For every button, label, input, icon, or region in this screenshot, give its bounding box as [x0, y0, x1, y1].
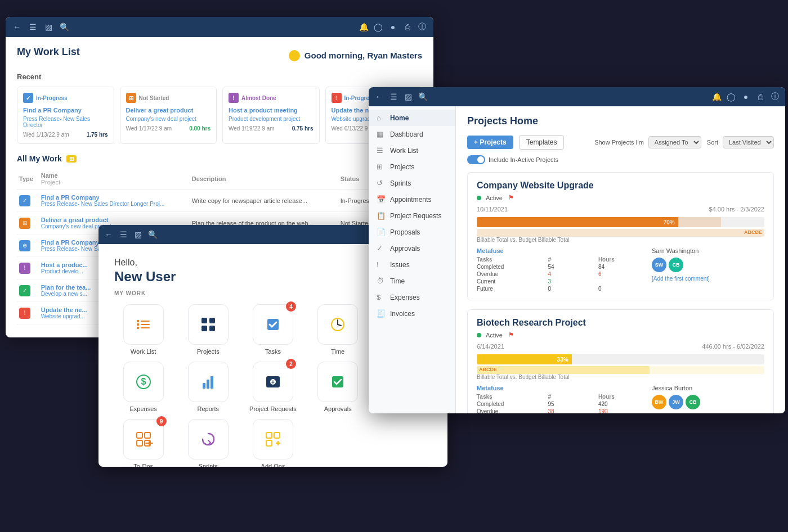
progress-bar-2: 33%	[477, 354, 764, 364]
recent-card-1[interactable]: ⊞ Not Started Deliver a great product Co…	[120, 87, 217, 144]
help-icon[interactable]: ⓘ	[418, 22, 427, 31]
sidebar-item-dashboard[interactable]: ▦ Dashboard	[369, 126, 455, 142]
search-icon[interactable]: 🔍	[418, 92, 427, 101]
menu-icon[interactable]: ☰	[389, 92, 398, 101]
sidebar-item-time[interactable]: ⏱ Time	[369, 273, 455, 289]
sidebar-item-sprints[interactable]: ↺ Sprints	[369, 175, 455, 191]
sidebar-item-expenses[interactable]: $ Expenses	[369, 289, 455, 305]
print-icon[interactable]: ⎙	[403, 22, 412, 31]
back-icon[interactable]: ←	[374, 92, 383, 101]
back-icon[interactable]: ←	[104, 230, 113, 239]
allwork-header: All My Work ⊞	[17, 154, 422, 163]
card-name: Deliver a great product	[126, 106, 211, 114]
proj-right-2: Jessica Burton BW JW CB [Add the first c…	[652, 385, 764, 413]
sidebar-label-appointments: Appointments	[390, 196, 431, 204]
app-item-reports[interactable]: Reports	[179, 362, 237, 412]
sort-select[interactable]: Last Visited	[723, 136, 774, 148]
recent-card-2[interactable]: ! Almost Done Host a product meeting Pro…	[222, 87, 320, 144]
app-item-addons[interactable]: Add Ons	[244, 419, 302, 467]
card-status: ! Almost Done	[229, 93, 314, 103]
comment-link-1[interactable]: [Add the first comment]	[652, 276, 764, 282]
card-status: ✓ In-Progress	[23, 93, 108, 103]
tasks-badge: 4	[286, 301, 296, 312]
search-icon[interactable]: 🔍	[60, 22, 69, 31]
sidebar-item-issues[interactable]: ! Issues	[369, 256, 455, 273]
app-item-todos[interactable]: 9 To-Dos	[114, 419, 172, 467]
sidebar-item-home[interactable]: ⌂ Home	[369, 110, 455, 126]
sidebar-label-projects: Projects	[390, 163, 414, 171]
worklist-toolbar: ← ☰ ▨ 🔍 🔔 ◯ ● ⎙ ⓘ	[6, 17, 433, 37]
sidebar-item-approvals[interactable]: ✓ Approvals	[369, 240, 455, 256]
app-item-tasks[interactable]: 4 Tasks	[244, 304, 302, 355]
inactive-toggle[interactable]	[467, 155, 485, 164]
sidebar-item-projects[interactable]: ⊞ Projects	[369, 159, 455, 175]
approvals-icon: ✓	[377, 244, 386, 253]
allwork-title: All My Work	[17, 154, 62, 163]
billing-1: $4.00 hrs - 2/3/2022	[709, 206, 764, 213]
clock-icon[interactable]: ●	[741, 92, 750, 101]
filter-select[interactable]: Assigned To	[648, 136, 701, 148]
sort-filter: Sort Last Visited	[707, 136, 774, 148]
type-icon: ⊕	[19, 240, 30, 251]
clock-icon[interactable]: ●	[388, 22, 397, 31]
btn-projects[interactable]: + Projects	[467, 136, 513, 149]
print-icon[interactable]: ⎙	[756, 92, 765, 101]
search-icon[interactable]: 🔍	[148, 230, 157, 239]
chart-icon[interactable]: ▨	[404, 92, 413, 101]
chart-icon[interactable]: ▨	[133, 230, 142, 239]
app-item-projects[interactable]: Projects	[179, 304, 237, 355]
app-label-time: Time	[331, 348, 344, 355]
team-block-2: Metafuse Tasks # Hours Completed 95 420 …	[477, 385, 652, 413]
billable-label-2: Billable Total vs. Budget Billable Total	[477, 374, 764, 380]
app-item-approvals[interactable]: Approvals	[309, 362, 367, 412]
app-label-approvals: Approvals	[324, 405, 352, 412]
expenses-icon: $	[377, 293, 386, 301]
sidebar-item-invoices[interactable]: 🧾 Invoices	[369, 305, 455, 322]
team-stats-2: Tasks # Hours Completed 95 420 Overdue 3…	[477, 394, 652, 413]
app-item-projreq[interactable]: 2 + Project Requests	[244, 362, 302, 412]
sidebar-label-worklist: Work List	[390, 147, 418, 155]
issues-icon: !	[377, 260, 386, 269]
app-item-sprints[interactable]: Sprints	[179, 419, 237, 467]
sidebar-item-proposals[interactable]: 📄 Proposals	[369, 224, 455, 240]
app-item-time[interactable]: Time	[309, 304, 367, 355]
avatar-jw: JW	[669, 395, 683, 409]
svg-rect-7	[209, 318, 215, 323]
svg-rect-19	[203, 383, 205, 389]
help-icon[interactable]: ⓘ	[771, 92, 780, 101]
table-row[interactable]: ✓ Find a PR CompanyPress Release- New Sa…	[17, 190, 422, 212]
menu-icon[interactable]: ☰	[28, 22, 37, 31]
app-icon-worklist	[123, 304, 164, 345]
person-icon[interactable]: ◯	[374, 22, 383, 31]
notification-icon[interactable]: 🔔	[359, 22, 368, 31]
person-icon[interactable]: ◯	[727, 92, 736, 101]
app-icon-approvals	[317, 362, 358, 402]
project-title-2[interactable]: Biotech Research Project	[477, 318, 764, 328]
project-title-1[interactable]: Company Website Upgrade	[477, 181, 764, 191]
sidebar-item-appointments[interactable]: 📅 Appointments	[369, 191, 455, 208]
project-team-2: Metafuse Tasks # Hours Completed 95 420 …	[477, 385, 764, 413]
app-icon-addons	[253, 419, 293, 459]
projects-title: Projects Home	[467, 115, 538, 127]
chart-icon[interactable]: ▨	[44, 22, 53, 31]
sidebar-item-worklist[interactable]: ☰ Work List	[369, 142, 455, 159]
progress-bar-1: 70%	[477, 217, 764, 227]
sidebar-item-projreqs[interactable]: 📋 Project Requests	[369, 208, 455, 224]
recent-card-0[interactable]: ✓ In-Progress Find a PR Company Press Re…	[17, 87, 114, 144]
app-item-expenses[interactable]: $ Expenses	[114, 362, 172, 412]
nav-sidebar: ⌂ Home ▦ Dashboard ☰ Work List ⊞ Project…	[369, 106, 456, 413]
home-icon: ⌂	[377, 114, 386, 122]
app-item-worklist[interactable]: Work List	[114, 304, 172, 355]
project-date-1: 10/11/2021 $4.00 hrs - 2/3/2022	[477, 206, 764, 213]
projects-icon: ⊞	[377, 163, 386, 171]
type-icon: ✓	[19, 285, 30, 296]
comment-link-2[interactable]: [Add the first comment]	[652, 413, 764, 413]
notification-icon[interactable]: 🔔	[712, 92, 721, 101]
app-label-tasks: Tasks	[265, 348, 281, 355]
btn-templates[interactable]: Templates	[519, 135, 565, 150]
time-icon: ⏱	[377, 277, 386, 285]
menu-icon[interactable]: ☰	[119, 230, 128, 239]
project-card-1: Company Website Upgrade Active ⚑ 10/11/2…	[467, 172, 774, 300]
back-icon[interactable]: ←	[12, 22, 21, 31]
avatar-sw: SW	[652, 258, 666, 272]
